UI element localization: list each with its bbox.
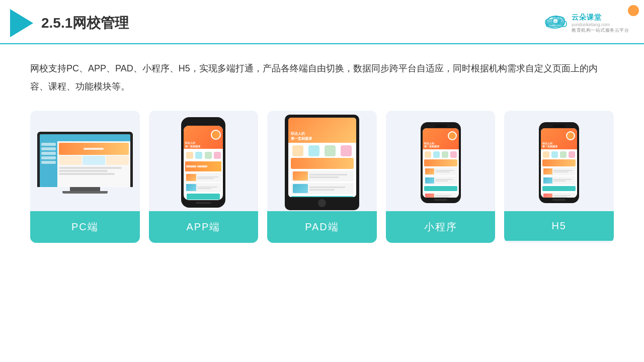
svg-text:云: 云 [554,21,557,24]
card-h5: 职达人的第一堂刷题课 [504,111,614,243]
card-pad: 职达人的第一堂刷题课 [267,111,377,243]
card-app-label: APP端 [149,211,259,243]
miniprogram-mockup: 职达人的第一堂刷题课 [421,122,461,203]
app-phone-mockup: 职达人的第一堂刷题课 [181,117,225,208]
brand-logo: 云 云朵课堂 yunduoketang.com 教育机构一站式服务云平台 [542,13,629,34]
page-title: 2.5.1网校管理 [41,14,129,33]
card-pc: PC端 [30,111,140,243]
brand-name: 云朵课堂 [572,13,629,22]
card-pc-image [30,111,140,211]
main-content: 网校支持PC、APP、PAD、小程序、H5，实现多端打通，产品各终端自由切换，数… [0,44,644,253]
pc-mockup [37,132,133,194]
card-pad-image: 职达人的第一堂刷题课 [267,111,377,211]
card-app: 职达人的第一堂刷题课 [149,111,259,243]
cards-row: PC端 职达人的第一堂刷题课 [30,111,614,243]
card-miniprogram: 职达人的第一堂刷题课 [386,111,496,243]
h5-mockup: 职达人的第一堂刷题课 [539,122,579,203]
brand-tagline: 教育机构一站式服务云平台 [572,27,629,34]
card-h5-label: H5 [504,211,614,241]
card-pad-label: PAD端 [267,211,377,243]
cloud-icon: 云 [542,13,569,33]
description-text: 网校支持PC、APP、PAD、小程序、H5，实现多端打通，产品各终端自由切换，数… [30,59,614,96]
card-app-image: 职达人的第一堂刷题课 [149,111,259,211]
logo-triangle-icon [10,9,33,37]
card-pc-label: PC端 [30,211,140,243]
brand-url: yunduoketang.com [572,22,629,27]
card-miniprogram-label: 小程序 [386,211,496,243]
brand-text: 云朵课堂 yunduoketang.com 教育机构一站式服务云平台 [572,13,629,34]
card-h5-image: 职达人的第一堂刷题课 [504,111,614,211]
pad-mockup: 职达人的第一堂刷题课 [285,115,359,210]
card-miniprogram-image: 职达人的第一堂刷题课 [386,111,496,211]
header-right: 云 云朵课堂 yunduoketang.com 教育机构一站式服务云平台 [542,13,629,34]
header-left: 2.5.1网校管理 [10,9,129,37]
header: 2.5.1网校管理 云 [0,0,644,44]
